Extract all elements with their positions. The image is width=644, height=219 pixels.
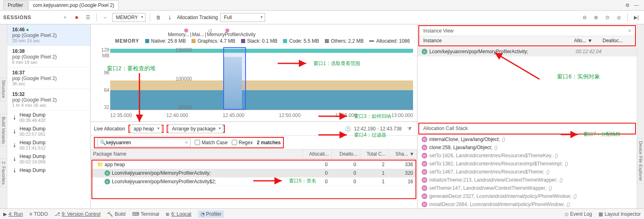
memory-chart-panel: ◁ Memory... | Mai... | MemoryProfilerAct… xyxy=(91,24,417,208)
table-row[interactable]: c Lcom/kejiyuanren/pop/MemoryProfilerAct… xyxy=(92,169,416,178)
layout-inspector[interactable]: ▦ Layout Inspector xyxy=(598,211,641,217)
method-icon: m xyxy=(422,145,427,150)
col-total-count[interactable]: Total C... xyxy=(360,150,389,158)
vcs-tool[interactable]: ⎇ 9: Version Control xyxy=(54,211,100,217)
memory-chart[interactable]: ◁ Memory... | Mai... | MemoryProfilerAct… xyxy=(91,24,417,122)
live-allocation-label: Live Allocation xyxy=(94,126,125,132)
stack-frame[interactable]: msetTo:1826, Landroid/content/res/Resour… xyxy=(418,152,637,160)
instance-row[interactable]: cLcom/kejiyuanren/pop/MemoryProfilerActi… xyxy=(418,47,637,56)
logcat-tool[interactable]: ≣ 6: Logcat xyxy=(165,211,191,217)
stack-frame[interactable]: minternalClone, Ljava/lang/Object; () xyxy=(418,135,637,143)
search-icon: 🔍 xyxy=(100,140,106,145)
col-alloc[interactable]: Allo... ▼ xyxy=(574,38,603,43)
heap-dump-item[interactable]: ⭳Heap Dump00:02:18.056 xyxy=(7,152,90,166)
list-icon[interactable]: ☰ xyxy=(83,13,92,22)
profiler-tool[interactable]: ◔ Profiler xyxy=(198,210,224,218)
search-input[interactable] xyxy=(106,140,185,145)
heap-dump-icon: ⭳ xyxy=(12,115,17,120)
tab-profiler[interactable]: Profiler xyxy=(3,0,28,10)
session-item[interactable]: 15:32pop (Google Pixel 2)1 hr 4 min 26 s… xyxy=(7,89,90,111)
time-range-label: 12:42.190 - 12:43.738 xyxy=(354,126,402,132)
profiler-toolbar: SESSIONS ＋ ■ ☰ ← MEMORY 🗑 ⭳ Allocation T… xyxy=(0,11,644,24)
window-tab-bar: Profiler com.kejiyuanren.pop (Google Pix… xyxy=(0,0,644,11)
method-icon: m xyxy=(422,185,427,191)
class-table[interactable]: Package Name Allocati... Deallo... Total… xyxy=(91,150,417,208)
col-package-name[interactable]: Package Name xyxy=(91,150,303,158)
activity-label: MemoryProfilerActivity xyxy=(207,32,255,37)
session-item[interactable]: 16:37pop (Google Pixel 2)36 sec xyxy=(7,67,90,89)
device-explorer-tab[interactable]: Device File Explorer xyxy=(637,138,644,184)
sessions-sidebar: 16:46 ●pop (Google Pixel 2)20 min 15 sec… xyxy=(7,24,91,208)
selection-range[interactable] xyxy=(223,47,246,110)
heap-dump-item[interactable]: ⭳Heap Dump xyxy=(7,166,90,175)
heap-dump-icon: ⭳ xyxy=(12,128,17,134)
stack-frame[interactable]: mclone:259, Ljava/lang/Object; () xyxy=(418,143,637,152)
status-bar: ▶ 4: Run ≡ TODO ⎇ 9: Version Control 🔨 B… xyxy=(0,208,644,219)
run-tool[interactable]: ▶ 4: Run xyxy=(3,211,23,217)
stack-frame[interactable]: msetTo:1467, Landroid/content/res/Resour… xyxy=(418,168,637,176)
back-icon[interactable]: ← xyxy=(101,13,110,22)
stack-frame[interactable]: minstallDecor:2684, Lcom/android/interna… xyxy=(418,200,637,208)
build-tool[interactable]: 🔨 Build xyxy=(107,211,126,217)
heap-dump-item[interactable]: ⭳Heap Dump00:35:48.432 xyxy=(7,111,90,124)
add-session-icon[interactable]: ＋ xyxy=(61,13,70,22)
alloc-mode-dropdown[interactable]: Full xyxy=(220,13,265,22)
x-axis: 12:35.00012:40.00012:45.00012:50.00012:5… xyxy=(110,113,413,118)
stack-frame[interactable]: mgenerateDecor:2327, Lcom/android/intern… xyxy=(418,192,637,200)
table-row[interactable]: 📁 app heap002336 xyxy=(92,160,416,169)
col-deallocations[interactable]: Deallo... xyxy=(332,150,360,158)
stop-session-icon[interactable]: ■ xyxy=(72,13,81,22)
favorites-tab[interactable]: 2: Favorites xyxy=(0,158,7,187)
zoom-out-icon[interactable]: ⊖ xyxy=(580,13,589,22)
filter-icon[interactable]: ⧩ xyxy=(405,124,414,133)
minimize-icon[interactable]: — xyxy=(632,1,641,10)
arrange-select[interactable]: Arrange by package xyxy=(168,124,223,133)
col-shallow[interactable]: Sha... ▼ xyxy=(389,150,417,158)
heap-dump-icon: ⭳ xyxy=(12,142,17,148)
stack-frame[interactable]: minitializeTheme:213, Landroid/view/Cont… xyxy=(418,176,637,184)
table-row[interactable]: c Lcom/kejiyuanren/pop/MemoryProfilerAct… xyxy=(92,178,416,186)
live-icon[interactable]: ▶| xyxy=(632,13,641,22)
event-log[interactable]: ◇ Event Log xyxy=(565,211,592,217)
legend-item: Allocated: 1086 xyxy=(369,38,410,44)
regex-checkbox[interactable]: Regex xyxy=(232,140,253,145)
col-allocations[interactable]: Allocati... xyxy=(303,150,332,158)
method-icon: m xyxy=(422,169,427,175)
instance-view-title: Instance View xyxy=(423,28,454,34)
legend-item: Code: 5.5 MB xyxy=(283,38,319,44)
y-axis-left: 128 MB966432 xyxy=(94,47,109,110)
method-icon: m xyxy=(422,193,427,199)
legend-item: Others: 2.2 MB xyxy=(325,38,364,44)
zoom-selection-icon[interactable]: ◎ xyxy=(614,13,623,22)
heap-dump-item[interactable]: ⭳Heap Dump00:21:41.512 xyxy=(7,138,90,152)
build-variants-tab[interactable]: Build Variants xyxy=(0,114,7,147)
method-icon: m xyxy=(422,137,427,142)
match-case-checkbox[interactable]: Match Case xyxy=(195,140,228,145)
method-icon: m xyxy=(422,177,427,183)
search-bar: 🔍 × Match Case Regex 2 matches xyxy=(91,136,417,150)
zoom-fit-icon[interactable]: ⊙ xyxy=(603,13,612,22)
structure-tab[interactable]: Structure xyxy=(0,77,7,101)
session-item[interactable]: 16:46 ●pop (Google Pixel 2)20 min 15 sec xyxy=(7,24,90,46)
todo-tool[interactable]: ≡ TODO xyxy=(29,211,48,217)
clear-search-icon[interactable]: × xyxy=(185,140,188,145)
stack-frame[interactable]: msetTheme:147, Landroid/view/ContextThem… xyxy=(418,184,637,192)
col-instance[interactable]: Instance xyxy=(423,38,574,43)
zoom-in-icon[interactable]: ⊕ xyxy=(592,13,600,22)
memory-dropdown[interactable]: MEMORY xyxy=(112,13,146,22)
gear-icon[interactable]: ⚙ xyxy=(623,1,632,10)
activity-label: Memory... xyxy=(168,32,189,37)
legend-item: Stack: 0.1 MB xyxy=(241,38,278,44)
stack-frame[interactable]: msetTo:1382, Landroid/content/res/Resour… xyxy=(418,160,637,168)
trash-icon[interactable]: 🗑 xyxy=(154,13,163,22)
tab-app[interactable]: com.kejiyuanren.pop (Google Pixel 2) xyxy=(28,0,119,10)
close-icon[interactable]: × xyxy=(628,28,631,34)
col-dealloc[interactable]: Dealloc... xyxy=(603,38,631,43)
session-item[interactable]: 16:38pop (Google Pixel 2)6 min 19 sec xyxy=(7,46,90,67)
heap-filter-bar: Live Allocation app heap Arrange by pack… xyxy=(91,122,417,136)
capture-icon[interactable]: ⭳ xyxy=(165,13,174,22)
callstack-title: Allocation Call Stack xyxy=(419,124,635,134)
heap-select[interactable]: app heap xyxy=(130,124,162,133)
heap-dump-item[interactable]: ⭳Heap Dump00:22:57.051 xyxy=(7,124,90,138)
terminal-tool[interactable]: ⌨ Terminal xyxy=(132,211,159,217)
